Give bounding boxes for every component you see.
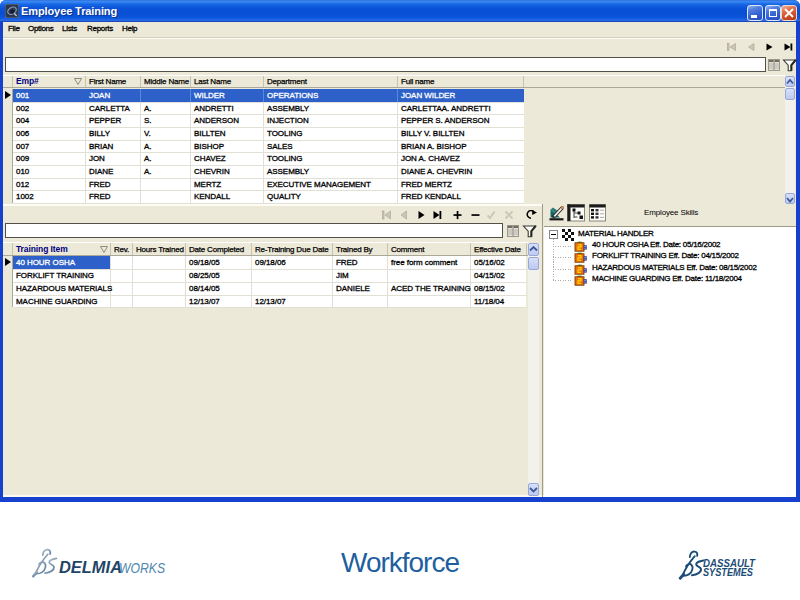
svg-text:WORKS: WORKS [119,559,165,576]
svg-text:DELMIA: DELMIA [59,559,122,576]
svg-text:SYSTEMES: SYSTEMES [703,567,753,578]
